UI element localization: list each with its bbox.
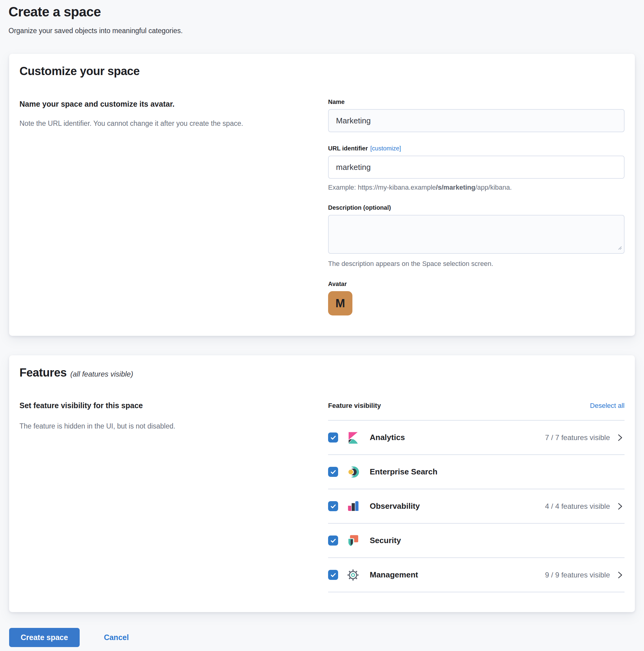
description-label: Description (optional) [328,204,624,211]
url-example-suffix: /app/kibana. [475,184,512,191]
enterprise-search-checkbox[interactable] [328,467,338,477]
feature-count: 7 / 7 features visible [545,433,610,442]
name-label: Name [328,98,624,105]
customize-section-heading: Name your space and customize its avatar… [20,100,315,108]
chevron-right-icon[interactable] [615,433,624,442]
description-textarea[interactable] [328,215,624,254]
page-header: Create a space Organize your saved objec… [0,0,644,35]
observability-checkbox[interactable] [328,501,338,511]
customize-url-link[interactable]: [customize] [370,145,401,152]
feature-visibility-header: Feature visibility [328,402,381,410]
features-title-text: Features [20,366,66,379]
cancel-button[interactable]: Cancel [104,633,129,642]
url-identifier-label-text: URL identifier [328,145,368,152]
management-checkbox[interactable] [328,570,338,580]
feature-list: Analytics 7 / 7 features visible [328,420,624,592]
features-panel-title: Features(all features visible) [20,366,624,379]
feature-name: Security [370,536,401,545]
feature-row-observability: Observability 4 / 4 features visible [328,489,624,523]
form-actions: Create space Cancel [9,628,644,647]
space-avatar[interactable]: M [328,291,352,315]
features-title-suffix: (all features visible) [70,370,133,378]
feature-row-analytics: Analytics 7 / 7 features visible [328,420,624,454]
feature-count: 9 / 9 features visible [545,571,610,579]
description-help: The description appears on the Space sel… [328,260,624,268]
feature-name: Enterprise Search [370,467,438,476]
customize-panel-title: Customize your space [20,65,624,78]
page-title: Create a space [8,4,644,20]
avatar-label: Avatar [328,281,624,287]
analytics-checkbox[interactable] [328,432,338,442]
url-example-prefix: Example: https://my-kibana.example [328,184,436,191]
feature-count: 4 / 4 features visible [545,502,610,510]
feature-name: Observability [370,501,420,511]
security-icon [347,534,359,547]
deselect-all-link[interactable]: Deselect all [590,402,624,410]
feature-visibility-column: Feature visibility Deselect all [328,400,624,592]
create-space-button[interactable]: Create space [9,628,80,647]
feature-row-management: Management 9 / 9 features visible [328,557,624,592]
chevron-right-icon[interactable] [615,570,624,580]
page-subtitle: Organize your saved objects into meaning… [8,27,644,35]
url-example-help: Example: https://my-kibana.example/s/mar… [328,184,624,191]
observability-icon [347,500,359,513]
chevron-right-icon[interactable] [615,502,624,511]
customize-space-panel: Customize your space Name your space and… [9,54,635,336]
customize-form-column: Name URL identifier[customize] Example: … [328,98,624,315]
gear-icon [347,569,359,581]
customize-section-note: Note the URL identifier. You cannot chan… [20,119,315,128]
url-example-bold: /s/marketing [436,184,475,191]
enterprise-search-icon [347,466,359,478]
customize-description-column: Name your space and customize its avatar… [20,98,315,315]
features-description-column: Set feature visibility for this space Th… [20,400,315,592]
feature-row-security: Security [328,523,624,557]
feature-row-enterprise-search: Enterprise Search [328,454,624,489]
url-identifier-label: URL identifier[customize] [328,145,624,152]
features-section-note: The feature is hidden in the UI, but is … [20,422,315,430]
feature-name: Analytics [370,433,405,442]
feature-name: Management [370,570,418,580]
security-checkbox[interactable] [328,535,338,546]
features-panel: Features(all features visible) Set featu… [9,355,635,612]
analytics-icon [347,431,359,444]
space-name-input[interactable] [328,109,624,132]
features-section-heading: Set feature visibility for this space [20,401,315,410]
url-identifier-input[interactable] [328,156,624,179]
resize-grip-icon[interactable] [617,245,622,251]
